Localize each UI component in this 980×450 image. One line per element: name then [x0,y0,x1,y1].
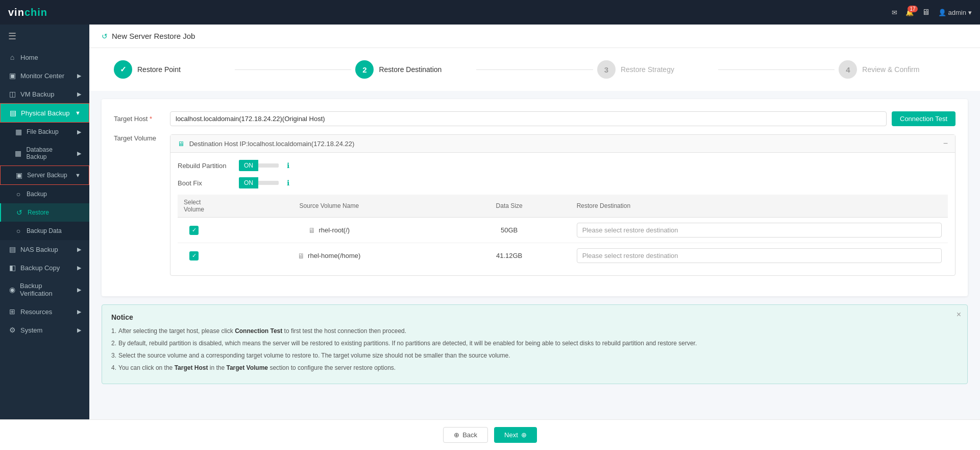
message-icon[interactable]: ✉ [892,9,897,16]
monitor-icon[interactable]: 🖥 [922,8,930,17]
nas-backup-icon: ▤ [8,245,16,253]
rebuild-on-button[interactable]: ON [239,160,258,171]
step-connector-3 [718,69,835,70]
sidebar-item-backup-data[interactable]: ○ Backup Data [0,222,89,240]
row2-restore-dest: Please select restore destination [571,243,948,269]
col-source-volume: Source Volume Name [210,195,448,218]
step-2-circle: 2 [355,60,374,79]
monitor-center-arrow: ▶ [77,73,81,79]
boot-fix-info-icon[interactable]: ℹ [287,179,289,187]
volume-header-text: 🖥 Destination Host IP:localhost.localdom… [178,140,354,148]
col-restore-dest: Restore Destination [571,195,948,218]
sidebar-item-server-backup[interactable]: ▣ Server Backup ▼ [0,165,89,185]
boot-fix-toggle[interactable]: ON [239,177,279,188]
boot-on-button[interactable]: ON [239,177,258,188]
physical-backup-arrow: ▼ [75,110,81,116]
row2-checkbox[interactable]: ✓ [189,251,199,260]
target-host-select[interactable]: localhost.localdomain(172.18.24.22)(Orig… [170,111,887,126]
home-icon: ⌂ [8,53,16,61]
topbar-right: ✉ 🔔 17 🖥 👤 admin ▾ [892,8,972,17]
sidebar-item-system[interactable]: ⚙ System ▶ [0,321,89,339]
sidebar-item-file-backup[interactable]: ▦ File Backup ▶ [0,123,89,141]
page-header: ↺ New Server Restore Job [89,25,980,48]
sidebar-item-resources[interactable]: ⊞ Resources ▶ [0,302,89,321]
sidebar-item-database-backup[interactable]: ▦ Database Backup ▶ [0,141,89,165]
notification-badge: 17 [908,6,917,12]
file-backup-arrow: ▶ [77,129,81,135]
notification-icon[interactable]: 🔔 17 [905,9,914,16]
target-volume-label: Target Volume [114,134,170,142]
sidebar-item-physical-backup[interactable]: ▤ Physical Backup ▼ [0,103,89,123]
sidebar-item-backup-verification[interactable]: ◉ Backup Verification ▶ [0,277,89,302]
database-backup-arrow: ▶ [77,150,81,157]
row1-checkbox[interactable]: ✓ [189,226,199,235]
server-backup-icon: ▣ [15,171,23,179]
volume-header-label: Destination Host IP:localhost.localdomai… [189,140,355,148]
logo-vin: vin [8,7,24,18]
monitor-center-icon: ▣ [8,72,16,80]
rebuild-off-button[interactable] [258,163,279,168]
back-button[interactable]: ⊕ Back [443,427,488,443]
boot-fix-row: Boot Fix ON ℹ [178,177,948,188]
user-menu[interactable]: 👤 admin ▾ [938,9,972,16]
topbar: vinchin ✉ 🔔 17 🖥 👤 admin ▾ [0,0,980,25]
step-4-label: Review & Confirm [862,65,919,74]
backup-data-icon: ○ [14,227,22,235]
sidebar-item-monitor-center[interactable]: ▣ Monitor Center ▶ [0,66,89,85]
rebuild-partition-toggle[interactable]: ON [239,160,279,171]
next-icon: ⊕ [521,431,527,439]
sidebar-item-server-label: Server Backup [27,172,67,179]
form-area: Target Host localhost.localdomain(172.18… [102,99,968,296]
sidebar-item-backup[interactable]: ○ Backup [0,185,89,203]
row2-checkbox-cell: ✓ [178,243,210,269]
step-3-circle: 3 [597,60,616,79]
system-arrow: ▶ [77,327,81,334]
sidebar-item-backup-copy[interactable]: ◧ Backup Copy ▶ [0,258,89,277]
next-button[interactable]: Next ⊕ [494,427,537,443]
back-icon: ⊕ [454,431,459,439]
row1-volume-text: rhel-root(/) [318,226,350,234]
step-1-label: Restore Point [137,65,181,74]
sidebar-item-restore[interactable]: ↺ Restore [0,203,89,222]
server-backup-arrow: ▼ [75,172,81,178]
restore-icon: ↺ [15,208,23,217]
row2-volume-name: 🖥 rhel-home(/home) [210,243,448,269]
notice-box: Notice × After selecting the target host… [102,304,968,384]
sidebar-item-home[interactable]: ⌂ Home [0,48,89,66]
vm-backup-icon: ◫ [8,90,16,98]
step-1-circle: ✓ [114,60,132,79]
row2-volume-icon: 🖥 [298,252,305,260]
row1-checkbox-cell: ✓ [178,218,210,243]
sidebar-item-vm-label: VM Backup [20,90,54,98]
sidebar-item-home-label: Home [20,54,38,61]
row1-dest-select[interactable]: Please select restore destination [577,223,942,238]
boot-fix-label: Boot Fix [178,179,234,187]
sidebar-item-system-label: System [20,326,42,334]
back-label: Back [462,431,477,439]
file-backup-icon: ▦ [14,128,22,136]
rebuild-info-icon[interactable]: ℹ [287,161,289,170]
sidebar-item-vm-backup[interactable]: ◫ VM Backup ▶ [0,85,89,103]
volume-collapse-button[interactable]: − [943,139,948,148]
notice-item-4-bold1: Target Host [175,364,208,371]
step-4-circle: 4 [839,60,857,79]
sidebar-item-nas-label: NAS Backup [20,246,58,253]
sidebar-item-db-label: Database Backup [26,146,73,160]
row1-volume-name-wrap: 🖥 rhel-root(/) [216,226,442,234]
rebuild-partition-label: Rebuild Partition [178,162,234,170]
sidebar-item-nas-backup[interactable]: ▤ NAS Backup ▶ [0,240,89,258]
hamburger-button[interactable]: ☰ [0,25,89,48]
notice-close-button[interactable]: × [957,310,961,319]
row2-dest-select[interactable]: Please select restore destination [577,248,942,263]
page-title: New Server Restore Job [112,32,195,40]
row2-volume-text: rhel-home(/home) [308,252,360,259]
boot-off-button[interactable] [258,181,279,185]
user-icon: 👤 [938,9,946,16]
notice-item-4: You can click on the Target Host in the … [111,363,958,372]
notice-title: Notice [111,313,958,321]
row1-restore-dest: Please select restore destination [571,218,948,243]
user-dropdown-arrow: ▾ [968,9,972,16]
connection-test-button[interactable]: Connection Test [892,111,955,126]
user-label: admin [948,9,966,16]
row2-volume-name-wrap: 🖥 rhel-home(/home) [216,252,442,260]
